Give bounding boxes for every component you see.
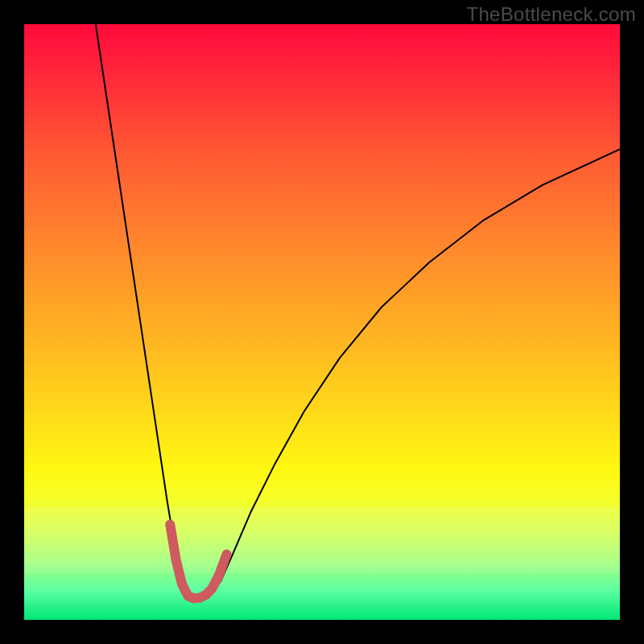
chart-frame: TheBottleneck.com [0, 0, 644, 644]
watermark-text: TheBottleneck.com [466, 3, 636, 26]
chart-svg [24, 24, 620, 620]
plot-area [24, 24, 620, 620]
series-bottom-marker [170, 525, 226, 599]
series-curve [96, 24, 620, 599]
